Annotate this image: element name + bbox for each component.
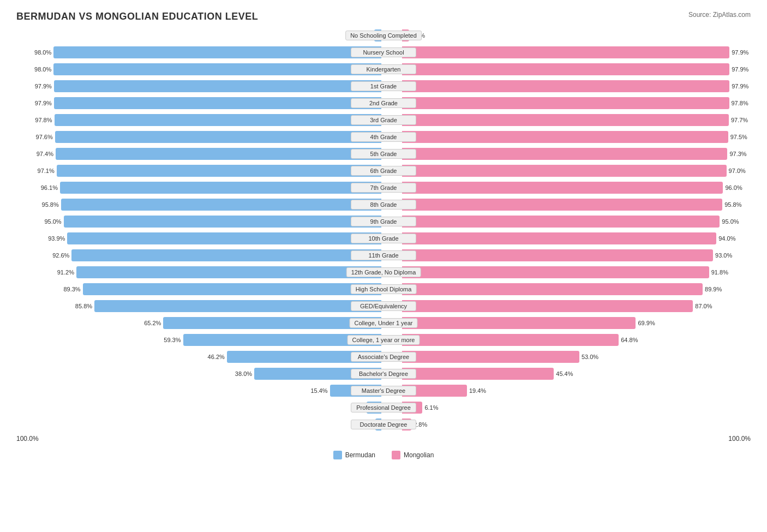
right-side: 96.0%: [400, 180, 742, 195]
row-label: GED/Equivalency: [351, 301, 416, 311]
row-label: 9th Grade: [351, 217, 416, 226]
right-value: 64.8%: [621, 337, 638, 343]
right-side: 97.9%: [400, 79, 748, 94]
right-value: 6.1%: [424, 404, 438, 411]
left-value: 92.6%: [52, 252, 69, 259]
right-side: 97.3%: [400, 146, 747, 162]
bar-left: [61, 199, 381, 211]
bar-right: [402, 334, 619, 346]
right-value: 97.3%: [729, 151, 746, 157]
right-side: 89.9%: [400, 282, 722, 297]
left-value: 89.3%: [63, 286, 80, 292]
row-label: 4th Grade: [351, 132, 416, 142]
left-side: 97.6%: [16, 129, 384, 145]
left-side: 97.9%: [16, 79, 384, 94]
row-label: 12th Grade, No Diploma: [346, 267, 421, 277]
bar-left: [56, 148, 381, 160]
row-label: Master's Degree: [351, 386, 416, 396]
left-value: 98.0%: [34, 66, 51, 73]
row-label: Doctorate Degree: [351, 420, 416, 429]
right-value: 97.9%: [732, 66, 748, 73]
row-label: 5th Grade: [351, 149, 416, 159]
bar-left: [53, 63, 381, 75]
right-side: 94.0%: [400, 231, 735, 246]
chart-row: 96.1% 7th Grade 96.0%: [16, 180, 751, 195]
left-value: 93.9%: [48, 235, 65, 242]
left-side: 1.8%: [16, 417, 384, 432]
chart-row: 59.3% College, 1 year or more 64.8%: [16, 332, 751, 348]
bar-right: [402, 97, 729, 109]
bar-right: [402, 368, 554, 380]
left-value: 96.1%: [41, 184, 58, 191]
row-label: 8th Grade: [351, 200, 416, 210]
bar-left: [94, 300, 381, 312]
right-value: 96.0%: [725, 184, 742, 191]
legend: Bermudan Mongolian: [16, 451, 751, 459]
chart-row: 1.8% Doctorate Degree 2.8%: [16, 417, 751, 432]
bermudan-color-box: [333, 451, 342, 459]
bar-right: [402, 351, 579, 363]
left-value: 46.2%: [208, 354, 225, 360]
bar-left: [54, 80, 381, 92]
bar-right: [402, 148, 727, 160]
left-side: 97.4%: [16, 146, 384, 162]
row-label: 2nd Grade: [351, 98, 416, 108]
right-side: 45.4%: [400, 366, 573, 381]
chart-row: 98.0% Kindergarten 97.9%: [16, 62, 751, 77]
right-side: 95.0%: [400, 214, 739, 229]
bar-left: [54, 97, 381, 109]
left-side: 89.3%: [16, 282, 384, 297]
left-side: 95.8%: [16, 197, 384, 212]
row-label: 3rd Grade: [351, 115, 416, 125]
bottom-right-label: 100.0%: [728, 435, 751, 443]
row-label: High School Diploma: [351, 284, 417, 294]
left-side: 96.1%: [16, 180, 384, 195]
left-value: 91.2%: [57, 269, 74, 276]
chart-row: 65.2% College, Under 1 year 69.9%: [16, 315, 751, 331]
row-label: College, Under 1 year: [349, 318, 417, 328]
chart-row: 15.4% Master's Degree 19.4%: [16, 383, 751, 398]
left-side: 85.8%: [16, 298, 384, 314]
right-side: 87.0%: [400, 298, 712, 314]
bar-left: [55, 114, 382, 126]
bar-left: [83, 283, 381, 295]
row-label: Nursery School: [351, 47, 416, 57]
bar-right: [402, 165, 727, 177]
left-value: 97.9%: [35, 83, 52, 89]
right-value: 91.8%: [711, 269, 728, 276]
left-side: 97.9%: [16, 95, 384, 111]
right-value: 45.4%: [556, 370, 573, 377]
chart-row: 46.2% Associate's Degree 53.0%: [16, 349, 751, 364]
left-side: 38.0%: [16, 366, 384, 381]
bottom-labels: 100.0% 100.0%: [16, 435, 751, 443]
left-value: 38.0%: [235, 370, 252, 377]
left-value: 95.8%: [42, 201, 59, 208]
row-label: Bachelor's Degree: [351, 369, 416, 379]
bar-right: [402, 232, 716, 244]
chart-row: 97.1% 6th Grade 97.0%: [16, 163, 751, 178]
right-value: 97.0%: [729, 168, 746, 174]
bermudan-label: Bermudan: [345, 451, 375, 459]
left-side: 2.1%: [16, 28, 384, 43]
bar-left: [60, 182, 381, 194]
right-value: 97.9%: [732, 83, 748, 89]
right-side: 91.8%: [400, 265, 728, 280]
mongolian-label: Mongolian: [404, 451, 434, 459]
bar-left: [53, 46, 381, 58]
chart-title: BERMUDAN VS MONGOLIAN EDUCATION LEVEL: [16, 11, 751, 22]
left-value: 98.0%: [34, 49, 51, 56]
chart-row: 4.4% Professional Degree 6.1%: [16, 400, 751, 415]
row-label: 11th Grade: [351, 250, 416, 260]
chart-row: 38.0% Bachelor's Degree 45.4%: [16, 366, 751, 381]
right-side: 97.9%: [400, 62, 748, 77]
row-label: No Schooling Completed: [345, 31, 422, 40]
left-value: 59.3%: [164, 337, 181, 343]
right-side: 97.5%: [400, 129, 747, 145]
bar-right: [402, 249, 713, 261]
row-label: 1st Grade: [351, 81, 416, 91]
bar-left: [71, 249, 381, 261]
right-value: 87.0%: [695, 303, 712, 309]
right-value: 97.8%: [732, 100, 748, 106]
right-side: 97.8%: [400, 95, 748, 111]
left-side: 93.9%: [16, 231, 384, 246]
